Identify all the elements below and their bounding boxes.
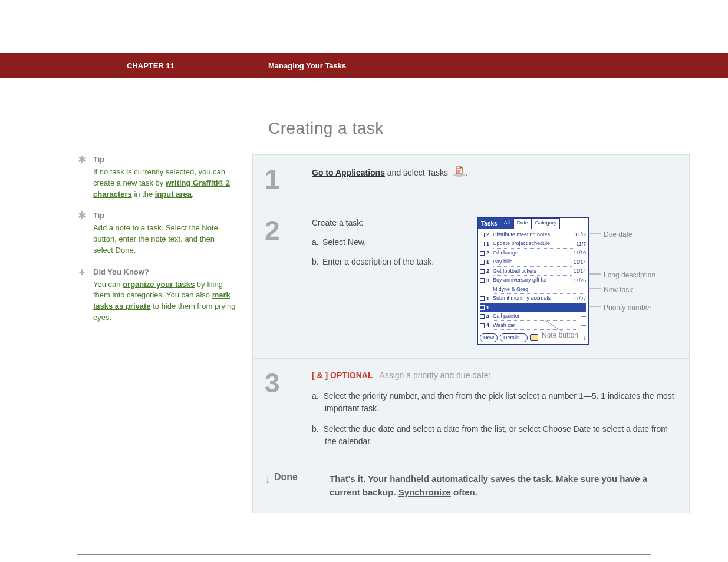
pda-due-date: 11/6! [575,231,586,239]
checkbox-icon [480,233,485,237]
pda-priority: 1 [486,295,491,303]
pda-tab-all: All [500,218,513,229]
tip-label: Tip [93,210,236,222]
checkbox-icon [480,260,485,265]
step-done: ↓ Done That's it. Your handheld automati… [252,461,690,513]
checkbox-icon [480,296,485,301]
pda-due-date: — [581,304,587,312]
tip-text: If no task is currently selected, you ca… [93,167,236,200]
pda-priority: 1 [486,240,491,249]
pda-description: Pay bills [493,258,572,267]
chapter-header: CHAPTER 11 Managing Your Tasks [0,53,728,78]
pda-due-date: — [581,322,587,329]
link-go-to-applications[interactable]: Go to Applications [312,168,385,177]
down-arrow-icon: ↓ [265,472,271,486]
pda-task-row: 3Buy anniversary gift for11/26 [480,276,586,286]
pda-task-row: 1— [480,303,586,312]
tip-block-1: ✱ Tip If no task is currently selected, … [77,154,236,200]
pda-description: Oil change [493,249,572,258]
step-2b: b.Enter a description of the task. [312,256,465,268]
pda-priority: 2 [486,267,491,276]
step-2-lead: Create a task: [312,217,465,229]
checkbox-icon [480,278,485,283]
step-2: 2 Create a task: a.Select New. b.Enter a… [252,206,690,358]
pda-description: Get football tickets [493,267,572,276]
pda-task-row: 1Submit monthly accruals11/27 [480,295,586,304]
pda-screenshot: Tasks All Date Category 2Distribute meet… [477,217,677,345]
pda-task-row: Midyne & Greg [480,285,586,295]
did-you-know-block: + Did You Know? You can organize your ta… [77,267,236,323]
tip-label: Tip [93,154,236,166]
step-2a: a.Select New. [312,236,465,249]
pda-titlebar: Tasks All Date Category [478,218,588,229]
pda-description: Submit monthly accruals [493,295,572,303]
step-1: 1 Go to Applications and select Tasks . [252,154,690,206]
pda-scroll-icon: ↓ [583,333,586,342]
asterisk-icon: ✱ [77,210,87,256]
pda-task-row: 2Get football tickets11/14 [480,267,586,276]
pda-due-date: 11/10 [574,249,586,257]
asterisk-icon: ✱ [77,154,87,200]
link-synchronize[interactable]: Synchronize [398,487,451,497]
step-3: 3 [ & ] OPTIONAL Assign a priority and d… [252,358,690,461]
pda-priority: 2 [486,231,491,239]
pda-priority: 3 [486,277,491,285]
checkbox-icon [480,251,485,256]
page-title: Creating a task [268,119,690,138]
pda-tab-date: Date [513,218,532,229]
pda-task-row: 4Call painter— [480,312,586,322]
pda-description: Midyne & Greg [493,286,584,295]
callout-new-task: New task [604,285,633,295]
tip-text: Add a note to a task. Select the Note bu… [93,223,236,256]
dyk-text: You can organize your tasks by filing th… [93,279,236,323]
link-input-area[interactable]: input area [155,190,192,199]
step-number: 3 [265,369,293,448]
callout-long-description: Long description [604,270,655,280]
pda-priority: 4 [486,322,491,330]
step-number: 2 [265,217,293,345]
done-label: Done [274,472,298,482]
link-organize-tasks[interactable]: organize your tasks [123,280,195,289]
pda-description: Update project schedule [493,240,574,249]
pda-due-date: 11/7 [576,240,586,248]
pda-task-list: 2Distribute meeting notes11/6!1Update pr… [478,229,588,332]
pda-due-date: — [581,313,587,320]
pda-task-row: 4Wash car— [480,321,586,330]
pda-priority: 2 [486,249,491,257]
pda-priority: 1 [486,304,491,312]
plus-icon: + [77,267,87,323]
checkbox-icon [480,323,485,328]
checkbox-icon [480,242,485,246]
pda-description [493,308,579,308]
callout-note-button: Note button [542,330,578,340]
checkbox-icon [480,305,485,310]
optional-tag: [ & ] OPTIONAL [312,371,373,380]
step-3-heading: Assign a priority and due date: [379,371,490,380]
pda-priority: 1 [486,259,491,267]
callout-priority-number: Priority number [604,302,651,313]
pda-description: Wash car [493,322,579,330]
dyk-label: Did You Know? [93,267,236,278]
pda-description: Distribute meeting notes [493,231,573,240]
pda-task-row: 2Oil change11/10 [480,249,586,258]
pda-note-button [530,334,538,341]
pda-task-row: 2Distribute meeting notes11/6! [480,230,586,240]
page-footer: Tungsten™ T5 Handheld 223 [77,554,651,563]
tip-block-2: ✱ Tip Add a note to a task. Select the N… [77,210,236,256]
pda-priority: 4 [486,313,491,321]
pda-due-date: 11/27 [574,295,586,303]
pda-task-row: 1Pay bills11/14 [480,258,586,267]
sidebar-tips: ✱ Tip If no task is currently selected, … [77,154,236,513]
chapter-number: CHAPTER 11 [127,61,268,70]
pda-due-date: 11/14 [574,259,586,266]
pda-description: Buy anniversary gift for [493,276,572,285]
pda-description: Call painter [493,312,579,321]
pda-new-button: New [480,333,498,343]
step-number: 1 [265,166,293,193]
chapter-title: Managing Your Tasks [268,61,346,70]
checkbox-icon [480,314,485,319]
callout-due-date: Due date [604,229,633,240]
checkbox-icon [480,269,485,274]
step-3a: a. Select the priority number, and then … [312,390,677,415]
pda-tab-category: Category [532,218,561,229]
